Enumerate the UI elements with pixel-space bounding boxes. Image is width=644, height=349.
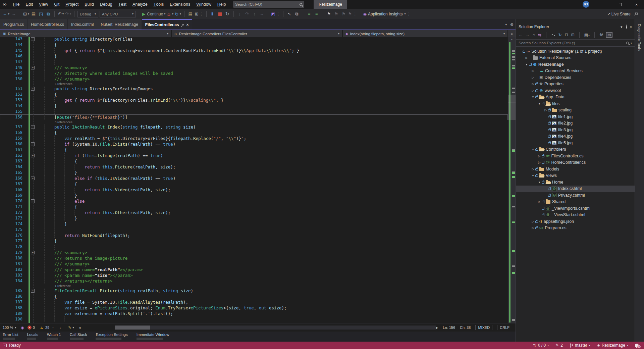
tab-homecontroller-cs[interactable]: HomeController.cs: [28, 19, 67, 30]
code-line[interactable]: 175: [0, 227, 508, 233]
tree-expander-icon[interactable]: ▷: [531, 89, 535, 92]
line-number[interactable]: 183: [0, 272, 22, 278]
scrollbar-thumb[interactable]: [508, 95, 516, 120]
code-line[interactable]: 146 }: [0, 53, 508, 59]
encoding-indicator[interactable]: MIXED: [475, 325, 492, 330]
save-button[interactable]: ◳: [38, 10, 44, 18]
tree-item[interactable]: @Privacy.cshtml: [516, 192, 635, 199]
line-number[interactable]: 153: [0, 97, 22, 103]
line-number[interactable]: 143: [0, 37, 22, 42]
tree-expander-icon[interactable]: ▷: [531, 167, 535, 171]
code-line[interactable]: 156 [Route("files/{**filepath}")]: [0, 114, 508, 120]
menu-item-help[interactable]: Help: [214, 0, 229, 9]
code-line[interactable]: 168 return this.Video(realPath, size);: [0, 187, 508, 193]
menu-item-debug[interactable]: Debug: [97, 0, 115, 9]
se-back-icon[interactable]: ←: [519, 33, 523, 37]
breadcrumb-project-dropdown[interactable]: ▣ ResizeImage ▾: [0, 30, 171, 37]
bottom-panel-tab-watch-1[interactable]: Watch 1: [47, 333, 61, 342]
fold-toggle[interactable]: −: [31, 177, 35, 180]
code-line[interactable]: 177 }: [0, 238, 508, 244]
tab-program-cs[interactable]: Program.cs: [0, 19, 27, 30]
tree-item[interactable]: ▷⚒Properties: [516, 81, 635, 88]
code-line[interactable]: 176 return NotFound(filepath);: [0, 233, 508, 238]
codelens-label[interactable]: 0 references: [0, 120, 516, 124]
tree-expander-icon[interactable]: ▷: [531, 226, 535, 230]
code-line[interactable]: 167 {: [0, 181, 508, 187]
tree-expander-icon[interactable]: ▾: [531, 148, 535, 151]
line-number[interactable]: 160: [0, 141, 22, 147]
break-all-button[interactable]: ‖: [210, 10, 216, 18]
tab-close-icon[interactable]: ×: [186, 22, 189, 27]
breadcrumb-type-dropdown[interactable]: ◇ ResizeImage.Controllers.FilesControlle…: [172, 30, 342, 37]
breadcrumb-member-dropdown[interactable]: ◆ Index(string filepath, string size) ▾: [343, 30, 507, 37]
line-number[interactable]: 165: [0, 170, 22, 176]
line-number[interactable]: 149: [0, 70, 22, 76]
show-next-statement-button[interactable]: →: [259, 10, 265, 18]
tree-item[interactable]: ▾Home: [516, 179, 635, 186]
pin-icon[interactable]: [626, 25, 627, 29]
open-file-button[interactable]: ▤: [31, 10, 37, 18]
code-line[interactable]: 147: [0, 59, 508, 65]
code-line[interactable]: 174 }: [0, 221, 508, 227]
clear-bookmarks-button[interactable]: ⚑⋮: [348, 10, 357, 18]
code-editor[interactable]: 143− public string DirectoryForFiles144 …: [0, 37, 516, 323]
tree-item[interactable]: ▷⊕wwwroot: [516, 87, 635, 94]
tree-item[interactable]: ▷scaling: [516, 107, 635, 114]
tree-item[interactable]: ▷External Sources: [516, 55, 635, 61]
line-number[interactable]: 144: [0, 42, 22, 48]
diagnostic-tools-strip[interactable]: Diagnostic Tools: [635, 19, 644, 342]
step-into-button[interactable]: ↓: [237, 10, 243, 18]
tab-filescontroller-cs[interactable]: FilesController.cs×: [142, 19, 192, 30]
code-line[interactable]: 190: [0, 316, 508, 322]
code-line[interactable]: 182 /// <param name="realPath"></param>: [0, 267, 508, 272]
line-number[interactable]: 152: [0, 92, 22, 97]
zoom-selector[interactable]: 100 %▾: [3, 326, 16, 330]
menu-item-file[interactable]: File: [10, 0, 22, 9]
code-line[interactable]: 145 get { return $"{this.hostingEnvironm…: [0, 48, 508, 53]
find-in-files-button[interactable]: ⧉: [294, 10, 300, 18]
code-line[interactable]: 185− FileContentResult Picture(string re…: [0, 288, 508, 294]
se-collapse-all-icon[interactable]: ⊟: [565, 33, 568, 37]
se-forward-icon[interactable]: →: [526, 33, 530, 37]
code-line[interactable]: 144 {: [0, 42, 508, 48]
platform-dropdown[interactable]: Any CPU▾: [100, 11, 136, 17]
code-line[interactable]: 150 /// </summary>: [0, 76, 508, 82]
code-line[interactable]: 180 /// Returns the image/picture: [0, 255, 508, 261]
fold-toggle[interactable]: −: [31, 289, 35, 293]
line-number[interactable]: 156: [0, 114, 22, 120]
code-line[interactable]: 161 {: [0, 147, 508, 153]
code-line[interactable]: 188 var esize = ePictureSizes.original; …: [0, 305, 508, 311]
line-number[interactable]: 175: [0, 227, 22, 233]
code-line[interactable]: 149 /// Directory where scaled images wi…: [0, 70, 508, 76]
diagnostic-tools-tab[interactable]: Diagnostic Tools: [637, 19, 641, 51]
tree-item[interactable]: ▷{}appsettings.json: [516, 218, 635, 225]
next-bookmark-button[interactable]: ⚑: [341, 10, 347, 18]
se-home-icon[interactable]: ⌂: [533, 33, 535, 37]
tree-item[interactable]: ▾Controllers: [516, 146, 635, 153]
code-line[interactable]: 154 }: [0, 103, 508, 109]
menu-item-project[interactable]: Project: [62, 0, 82, 9]
hscroll-right-icon[interactable]: ▸: [436, 326, 438, 330]
line-number[interactable]: 187: [0, 299, 22, 305]
save-all-button[interactable]: ⧉: [45, 10, 51, 18]
line-number[interactable]: 185: [0, 288, 22, 294]
feedback-icon[interactable]: !: [3, 344, 7, 347]
bottom-panel-tab-immediate-window[interactable]: Immediate Window: [137, 333, 169, 342]
tree-expander-icon[interactable]: ▾: [531, 174, 535, 177]
next-issue-button[interactable]: ↓: [59, 326, 61, 330]
code-line[interactable]: 169 }: [0, 193, 508, 198]
stop-debugging-button[interactable]: [217, 10, 223, 18]
codelens-label[interactable]: 1 reference: [0, 284, 516, 288]
go-to-definition-button[interactable]: ↖: [286, 10, 292, 18]
tree-item[interactable]: ▾files: [516, 100, 635, 107]
tree-item[interactable]: @_ViewStart.cshtml: [516, 212, 635, 218]
line-number[interactable]: 184: [0, 278, 22, 284]
tree-item[interactable]: ▷Shared: [516, 199, 635, 205]
navigate-forward-button[interactable]: →: [11, 10, 17, 18]
code-line[interactable]: 159 var realPath = $"{this.DirectoryForF…: [0, 136, 508, 141]
code-line[interactable]: 183 /// <param name="size"></param>: [0, 272, 508, 278]
code-line[interactable]: 186 {: [0, 294, 508, 299]
menu-item-analyze[interactable]: Analyze: [129, 0, 150, 9]
code-line[interactable]: 165 }: [0, 170, 508, 176]
code-line[interactable]: 163 {: [0, 158, 508, 164]
